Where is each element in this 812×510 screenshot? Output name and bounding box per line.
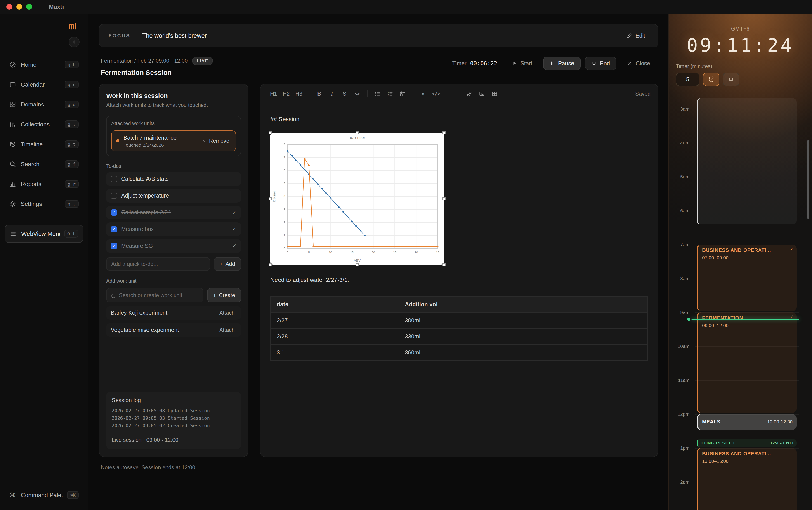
sidebar-item-settings[interactable]: Settingsg ,	[4, 195, 83, 213]
sidebar-item-reports[interactable]: Reportsg r	[4, 175, 83, 193]
nav-item-label: Search	[21, 161, 60, 168]
event-title: MEALS	[702, 419, 720, 425]
table-cell: 3.1	[270, 344, 399, 361]
toolbar-separator	[459, 90, 459, 97]
strikethrough-button[interactable]: S	[339, 88, 350, 100]
add-work-heading: Add work unit	[106, 278, 241, 284]
image-button[interactable]	[476, 88, 488, 100]
code-block-button[interactable]: </>	[430, 88, 442, 100]
heading-1-button[interactable]: H1	[268, 88, 280, 100]
work-panel-subtitle: Attach work units to track what you touc…	[106, 102, 241, 108]
sidebar-item-collections[interactable]: Collectionsg l	[4, 115, 83, 133]
heading-2-button[interactable]: H2	[280, 88, 292, 100]
sidebar-item-domains[interactable]: Domainsg d	[4, 95, 83, 113]
pause-icon	[550, 61, 555, 66]
resize-handle[interactable]	[269, 197, 272, 200]
calendar-event[interactable]: LONG RESET 112:45-13:00	[697, 440, 796, 447]
close-window-button[interactable]	[6, 4, 12, 10]
check-list-button[interactable]	[397, 88, 409, 100]
resize-handle[interactable]	[269, 131, 272, 134]
horizontal-rule-button[interactable]: —	[443, 88, 455, 100]
calendar-event[interactable]: FERMENTATION09:00–12:00✓	[697, 312, 796, 413]
todo-item[interactable]: ✓Measure SG✓	[106, 239, 241, 253]
todo-checkbox[interactable]: ✓	[111, 226, 117, 232]
table-button[interactable]	[489, 88, 500, 100]
italic-button[interactable]: I	[326, 88, 338, 100]
stop-timer-button[interactable]	[723, 73, 739, 86]
end-button[interactable]: End	[585, 57, 616, 70]
calendar-event[interactable]: MEALS12:00-12:30	[697, 414, 796, 430]
work-unit-row[interactable]: Barley Koji experimentAttach	[106, 306, 241, 320]
svg-text:30: 30	[414, 251, 418, 254]
add-todo-button[interactable]: + Add	[214, 257, 241, 271]
command-palette-button[interactable]: ⌘ Command Pale... ⌘K	[4, 486, 83, 504]
toolbar-separator	[309, 90, 309, 97]
resize-handle[interactable]	[442, 131, 445, 134]
bold-button[interactable]: B	[313, 88, 325, 100]
completed-check-icon: ✓	[232, 226, 236, 232]
work-unit-row[interactable]: Vegetable miso experimentAttach	[106, 323, 241, 337]
chart-image[interactable]: 05101520253035012345678A/B LineABVBaume	[270, 133, 444, 265]
todo-item[interactable]: ✓Measure brix✓	[106, 222, 241, 236]
ordered-list-button[interactable]: 12	[384, 88, 396, 100]
close-label: Close	[636, 60, 650, 67]
todo-checkbox[interactable]: ✓	[111, 209, 117, 216]
start-timer-button[interactable]	[703, 73, 719, 86]
pause-button[interactable]: Pause	[543, 57, 581, 70]
heading-3-button[interactable]: H3	[293, 88, 305, 100]
alarm-clock-icon	[708, 76, 715, 83]
attached-heading: Attached work units	[111, 120, 236, 126]
sidebar-item-timeline[interactable]: Timelineg t	[4, 135, 83, 153]
remove-unit-button[interactable]: Remove	[200, 136, 231, 146]
scrollbar-thumb[interactable]	[808, 140, 809, 219]
shortcut-badge: g d	[65, 101, 79, 108]
editor-content[interactable]: ## Session 05101520253035012345678A/B Li…	[260, 104, 658, 457]
start-button[interactable]: Start	[505, 57, 539, 70]
attach-button[interactable]: Attach	[218, 326, 236, 334]
create-work-unit-button[interactable]: + Create	[207, 288, 241, 303]
resize-handle[interactable]	[356, 131, 359, 134]
svg-text:20: 20	[372, 251, 375, 254]
unit-status-dot	[116, 139, 119, 142]
calendar-event[interactable]: BUSINESS AND OPERATI...13:00–15:00	[697, 448, 796, 510]
close-icon	[627, 61, 633, 66]
resize-handle[interactable]	[356, 263, 359, 266]
calendar-event[interactable]	[697, 98, 796, 225]
todo-item[interactable]: ✓Collect sample 2/24✓	[106, 206, 241, 219]
domains-icon	[9, 101, 16, 108]
resize-handle[interactable]	[442, 197, 445, 200]
svg-text:4: 4	[284, 195, 285, 198]
attached-unit[interactable]: Batch 7 maintenance Touched 2/24/2026 Re…	[111, 131, 236, 151]
inline-code-button[interactable]: <>	[351, 88, 363, 100]
sidebar-item-search[interactable]: Searchg f	[4, 155, 83, 173]
todo-checkbox[interactable]: ✓	[111, 243, 117, 249]
edit-focus-button[interactable]: Edit	[623, 30, 649, 42]
timer-minutes-input[interactable]	[676, 73, 699, 86]
current-time-indicator	[691, 319, 799, 320]
resize-handle[interactable]	[442, 263, 445, 266]
collapse-panel-button[interactable]: —	[793, 75, 806, 84]
event-check-icon: ✓	[790, 314, 794, 319]
sidebar-item-calendar[interactable]: Calendarg c	[4, 76, 83, 93]
todo-item[interactable]: Calculate A/B stats	[106, 172, 241, 186]
sidebar-collapse-button[interactable]	[69, 37, 80, 48]
quick-todo-input[interactable]	[106, 257, 210, 271]
live-session-line: Live session · 09:00 - 12:00	[112, 437, 236, 443]
zoom-window-button[interactable]	[26, 4, 32, 10]
resize-handle[interactable]	[269, 263, 272, 266]
link-button[interactable]	[463, 88, 475, 100]
hour-label: 7am	[669, 242, 690, 247]
sidebar-item-home[interactable]: Homeg h	[4, 56, 83, 74]
minimize-window-button[interactable]	[16, 4, 22, 10]
todo-checkbox[interactable]	[111, 193, 117, 199]
calendar-event[interactable]: BUSINESS AND OPERATI...07:00–09:00✓	[697, 245, 796, 311]
bullet-list-button[interactable]	[372, 88, 383, 100]
sidebar-item-webview-menu[interactable]: WebView Menu Off	[4, 225, 83, 243]
todo-checkbox[interactable]	[111, 176, 117, 182]
hour-label: 11am	[669, 377, 690, 383]
close-session-button[interactable]: Close	[621, 57, 657, 70]
attach-button[interactable]: Attach	[218, 309, 236, 317]
quote-button[interactable]: ”	[417, 88, 429, 100]
todo-item[interactable]: Adjust temperature	[106, 189, 241, 203]
work-unit-search-input[interactable]	[106, 288, 203, 303]
